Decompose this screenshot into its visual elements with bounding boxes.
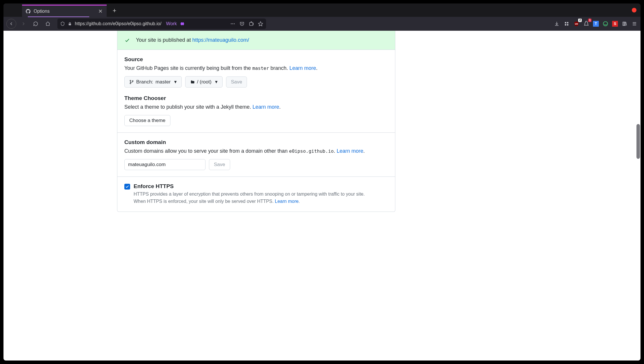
close-icon[interactable]: ✕ <box>97 8 103 14</box>
forward-button[interactable] <box>19 19 28 29</box>
container-icon <box>180 21 185 26</box>
svg-point-17 <box>130 83 131 84</box>
lock-icon <box>68 21 72 26</box>
settings-pages-box: Your site is published at https://mateua… <box>117 31 395 212</box>
reload-button[interactable] <box>31 19 41 29</box>
source-heading: Source <box>124 56 388 63</box>
shield-icon[interactable] <box>60 21 65 26</box>
svg-point-2 <box>182 22 184 26</box>
svg-point-18 <box>132 81 133 81</box>
chevron-down-icon: ▾ <box>215 79 218 85</box>
enforce-https-section: Enforce HTTPS HTTPS provides a layer of … <box>117 177 395 212</box>
container-label: Work <box>166 21 177 26</box>
https-desc-1: HTTPS provides a layer of encryption tha… <box>134 191 388 198</box>
source-save-button[interactable]: Save <box>226 77 247 88</box>
svg-point-4 <box>232 23 233 24</box>
svg-rect-0 <box>69 23 71 25</box>
tab-bar: Options ✕ + <box>3 3 421 17</box>
branch-select[interactable]: Branch: master ▾ <box>124 76 182 88</box>
address-bar[interactable]: https://github.com/e0ipso/e0ipso.github.… <box>57 19 266 29</box>
svg-point-5 <box>234 23 235 24</box>
flash-text: Your site is published at https://mateua… <box>136 37 249 43</box>
source-section: Source Your GitHub Pages site is current… <box>117 50 395 133</box>
theme-learn-more-link[interactable]: Learn more <box>252 104 279 110</box>
flash-published: Your site is published at https://mateua… <box>117 31 395 50</box>
https-learn-more-link[interactable]: Learn more <box>275 199 299 204</box>
new-tab-button[interactable]: + <box>110 6 119 16</box>
custom-domain-section: Custom domain Custom domains allow you t… <box>117 133 395 177</box>
enforce-https-checkbox[interactable] <box>124 184 130 190</box>
domain-heading: Custom domain <box>124 139 388 145</box>
page-viewport: Your site is published at https://mateua… <box>3 31 421 239</box>
svg-point-3 <box>231 23 232 24</box>
custom-domain-input[interactable] <box>124 159 205 170</box>
svg-point-7 <box>251 22 252 23</box>
domain-desc: Custom domains allow you to serve your s… <box>124 147 388 155</box>
published-url-link[interactable]: https://mateuaguilo.com/ <box>192 37 249 43</box>
domain-learn-more-link[interactable]: Learn more <box>336 148 363 154</box>
pocket-icon[interactable] <box>239 21 245 26</box>
folder-icon <box>190 80 195 84</box>
choose-theme-button[interactable]: Choose a theme <box>124 115 170 126</box>
star-icon[interactable] <box>258 21 263 26</box>
chevron-down-icon: ▾ <box>174 79 177 85</box>
github-icon <box>26 9 31 14</box>
theme-desc: Select a theme to publish your site with… <box>124 103 388 111</box>
url-text: https://github.com/e0ipso/e0ipso.github.… <box>75 21 161 26</box>
https-heading: Enforce HTTPS <box>134 183 388 190</box>
tab-title: Options <box>34 9 94 14</box>
browser-toolbar: https://github.com/e0ipso/e0ipso.github.… <box>3 17 421 31</box>
svg-point-16 <box>130 80 131 81</box>
folder-select[interactable]: / (root) ▾ <box>185 76 223 88</box>
home-button[interactable] <box>43 19 53 29</box>
check-icon <box>124 37 130 43</box>
source-desc: Your GitHub Pages site is currently bein… <box>124 64 388 72</box>
theme-heading: Theme Chooser <box>124 95 388 101</box>
tab-accent <box>28 17 89 17</box>
git-branch-icon <box>129 80 134 84</box>
back-button[interactable] <box>6 19 16 29</box>
source-learn-more-link[interactable]: Learn more <box>289 65 316 71</box>
browser-window: Options ✕ + https://github.com/e0ipso/e0 <box>3 3 421 239</box>
more-icon[interactable] <box>230 21 235 26</box>
browser-tab[interactable]: Options ✕ <box>22 5 107 17</box>
extension-icon[interactable] <box>249 21 254 26</box>
https-desc-2: When HTTPS is enforced, your site will o… <box>134 198 388 205</box>
domain-save-button[interactable]: Save <box>209 159 230 170</box>
flash-prefix: Your site is published at <box>136 37 192 43</box>
